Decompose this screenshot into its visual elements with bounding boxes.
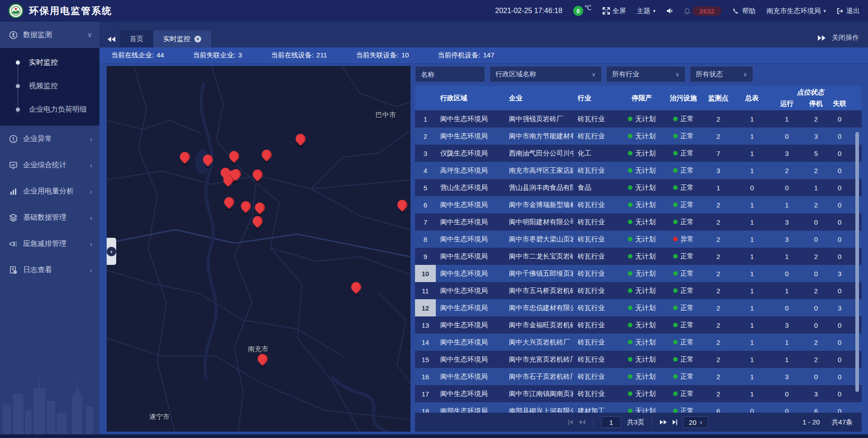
sidebar-submenu: 实时监控 视频监控 企业电力负荷明细 [0, 48, 99, 126]
first-page-button[interactable] [568, 419, 573, 425]
cell-total-meters: 1 [734, 270, 770, 278]
row-number: 17 [415, 385, 436, 402]
chevron-left-icon: ‹ [90, 266, 92, 274]
cell-region: 阆中生态环境局 [436, 338, 505, 347]
table-row[interactable]: 2阆中生态环境局阆中市南方节能建材有砖瓦行业无计划正常21030 [415, 127, 862, 145]
help-button[interactable]: 帮助 [732, 7, 755, 15]
cell-running: 0 [770, 184, 804, 192]
row-number: 8 [415, 231, 436, 248]
tab-close-icon[interactable]: × [194, 36, 201, 42]
cell-facility-status: 正常 [665, 132, 703, 141]
last-page-button[interactable] [673, 419, 677, 425]
map-collapse-button[interactable]: ‹ [107, 238, 116, 265]
sidebar: 数据监测 ∨ 实时监控 视频监控 企业电力负荷明细 企业异常 ‹ [0, 22, 99, 438]
column-header-company: 企业 [505, 86, 573, 110]
table-row[interactable]: 5营山生态环境局营山县润丰肉食品有限食品无计划正常10010 [415, 179, 862, 196]
tab-realtime-monitoring[interactable]: 实时监控 × [153, 30, 211, 47]
tabs-scroll-left-button[interactable] [108, 37, 115, 42]
cell-facility-status: 正常 [665, 321, 703, 330]
table-row[interactable]: 17阆中生态环境局阆中市江南镇阆南页岩砖瓦行业无计划正常21030 [415, 385, 862, 402]
cell-region: 阆中生态环境局 [436, 321, 505, 330]
cell-running: 0 [770, 304, 804, 312]
cell-disconnected: 0 [828, 235, 851, 243]
cell-limit-status: 无计划 [619, 115, 664, 123]
logout-button[interactable]: 退出 [837, 7, 860, 15]
sidebar-item-video-monitoring[interactable]: 视频监控 [0, 74, 99, 98]
log-document-icon [9, 266, 18, 274]
tabs-scroll-right-button[interactable] [818, 35, 826, 41]
cell-total-meters: 0 [734, 407, 770, 413]
cell-industry: 食品 [573, 184, 619, 192]
sidebar-item-power-analysis[interactable]: 企业用电量分析 ‹ [0, 178, 99, 204]
table-row[interactable]: 3仪陇生态环境局西南油气田分公司川中化工无计划正常71350 [415, 145, 862, 162]
cell-disconnected: 3 [828, 304, 851, 312]
cell-facility-status: 正常 [665, 218, 703, 226]
sidebar-item-label: 企业综合统计 [23, 160, 85, 170]
org-menu[interactable]: 南充市生态环境局 ▾ [766, 7, 826, 15]
page-number-input[interactable]: 1 [601, 416, 621, 428]
table-row[interactable]: 1阆中生态环境局阆中强锐页岩砖厂砖瓦行业无计划正常21120 [415, 110, 862, 127]
status-dot-icon [628, 254, 632, 259]
table-row[interactable]: 6阆中生态环境局阆中市金博瑞新型墙材砖瓦行业无计划正常21120 [415, 196, 862, 213]
sidebar-item-realtime-monitoring[interactable]: 实时监控 [0, 51, 99, 74]
map-canvas[interactable]: 巴中市南充市遂宁市 ‹ [107, 66, 410, 432]
table-scrollbar[interactable] [855, 132, 859, 392]
cell-facility-status: 异常 [665, 235, 703, 244]
table-row[interactable]: 13阆中生态环境局阆中市金福旺页岩机砖砖瓦行业无计划正常21300 [415, 316, 862, 334]
sidebar-item-log-view[interactable]: 日志查看 ‹ [0, 257, 99, 283]
cell-running: 1 [770, 339, 804, 346]
company-table-body: 1阆中生态环境局阆中强锐页岩砖厂砖瓦行业无计划正常211202阆中生态环境局阆中… [415, 110, 862, 413]
sidebar-item-label: 企业用电量分析 [23, 187, 85, 196]
stats-board-icon [9, 161, 18, 170]
sidebar-item-company-abnormal[interactable]: 企业异常 ‹ [0, 126, 99, 152]
cell-disconnected: 0 [828, 115, 851, 123]
company-panel: 行政区域名称 ∨ 所有行业 ∨ 所有状态 ∨ [415, 66, 862, 432]
phone-icon [732, 8, 739, 14]
status-dot-icon [628, 185, 632, 190]
double-left-arrow-icon [108, 37, 115, 42]
mute-button[interactable] [666, 8, 673, 14]
region-filter-select[interactable]: 行政区域名称 ∨ [490, 66, 602, 82]
sidebar-item-power-load-detail[interactable]: 企业电力负荷明细 [0, 98, 99, 121]
cell-disconnected: 0 [828, 339, 851, 346]
next-page-button[interactable] [660, 420, 667, 424]
table-row[interactable]: 4高坪生态环境局南充市高坪区王家店建砖瓦行业无计划正常31220 [415, 162, 862, 179]
column-header-industry: 行业 [573, 86, 619, 110]
table-row[interactable]: 15阆中生态环境局阆中市光富页岩机砖厂砖瓦行业无计划正常21120 [415, 351, 862, 368]
status-filter-select[interactable]: 所有状态 ∨ [690, 66, 753, 82]
sidebar-item-data-monitoring[interactable]: 数据监测 ∨ [0, 22, 99, 48]
name-filter-input[interactable] [415, 66, 485, 82]
notifications-badge[interactable]: 2632 [684, 6, 722, 16]
table-row[interactable]: 12阆中生态环境局阆中市忠信建材有限公砖瓦行业无计划正常21003 [415, 299, 862, 316]
stat-value: 147 [483, 51, 495, 60]
table-row[interactable]: 7阆中生态环境局阆中明阳建材有限公司砖瓦行业无计划正常21300 [415, 213, 862, 231]
cell-monitor-points: 2 [703, 115, 734, 123]
cell-monitor-points: 2 [703, 235, 734, 243]
industry-filter-select[interactable]: 所有行业 ∨ [606, 66, 685, 82]
table-row[interactable]: 9阆中生态环境局阆中市二龙长宝页岩砖砖瓦行业无计划正常21120 [415, 248, 862, 265]
table-row[interactable]: 14阆中生态环境局阆中大兴页岩机砖厂砖瓦行业无计划正常21120 [415, 334, 862, 351]
sidebar-item-emergency-reduction[interactable]: 应急减排管理 ‹ [0, 231, 99, 257]
chevron-down-icon: ∨ [591, 71, 596, 78]
previous-page-button[interactable] [579, 420, 585, 424]
close-operations-button[interactable]: 关闭操作 [832, 33, 859, 42]
fullscreen-button[interactable]: 全屏 [603, 7, 626, 15]
stat-value: 3 [238, 51, 242, 60]
sidebar-item-base-data[interactable]: 基础数据管理 ‹ [0, 204, 99, 231]
cell-company: 阆中市二龙长宝页岩砖 [505, 252, 573, 261]
cell-limit-status: 无计划 [619, 252, 664, 261]
table-row[interactable]: 18南部生态环境局南部县砌兴上河有限公建材加工无计划正常60060 [415, 402, 862, 413]
app-title: 环保用电监管系统 [29, 5, 112, 17]
page-size-select[interactable]: 20 ∨ [683, 416, 708, 428]
table-row[interactable]: 8阆中生态环境局阆中市枣碧大梁山页岩砖瓦行业无计划异常21300 [415, 231, 862, 248]
cell-total-meters: 1 [734, 390, 770, 398]
tab-home[interactable]: 首页 [120, 30, 153, 47]
table-row[interactable]: 16阆中生态环境局阆中市石子页岩机砖厂砖瓦行业无计划正常21300 [415, 368, 862, 385]
cell-total-meters: 1 [734, 132, 770, 140]
status-dot-icon [673, 306, 678, 310]
table-row[interactable]: 10阆中生态环境局阆中千佛镇五郎垭页岩砖瓦行业无计划正常21003 [415, 265, 862, 282]
table-row[interactable]: 11阆中生态环境局阆中市五马桥页岩机砖砖瓦行业无计划正常21120 [415, 282, 862, 299]
theme-menu[interactable]: 主题 ▾ [637, 7, 656, 15]
sidebar-item-company-statistics[interactable]: 企业综合统计 ‹ [0, 152, 99, 178]
cell-total-meters: 0 [734, 184, 770, 192]
